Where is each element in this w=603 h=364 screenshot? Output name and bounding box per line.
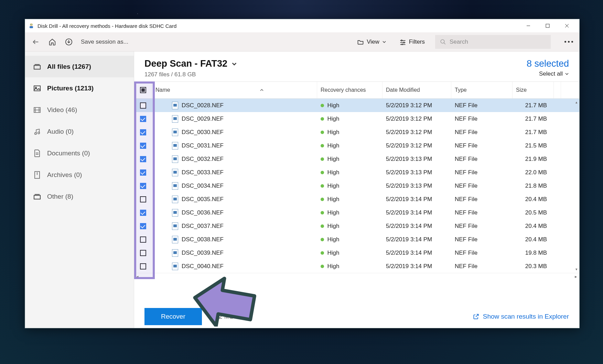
scan-title[interactable]: Deep Scan - FAT32 bbox=[144, 58, 237, 69]
video-icon bbox=[33, 106, 41, 114]
footer: Recover 172 MB Show scan results in Expl… bbox=[134, 305, 579, 328]
back-button[interactable] bbox=[31, 37, 40, 46]
sidebar-item-label: Pictures (1213) bbox=[47, 85, 94, 92]
row-checkbox[interactable] bbox=[134, 129, 152, 135]
row-checkbox[interactable] bbox=[134, 196, 152, 202]
row-checkbox[interactable] bbox=[134, 116, 152, 122]
table-row[interactable]: DSC_0040.NEF High5/2/2019 3:14 PMNEF Fil… bbox=[134, 260, 579, 273]
row-checkbox[interactable] bbox=[134, 143, 152, 149]
svg-point-27 bbox=[35, 132, 36, 134]
status-dot-icon bbox=[321, 184, 324, 188]
row-checkbox[interactable] bbox=[134, 263, 152, 269]
file-icon bbox=[172, 155, 178, 163]
column-recovery[interactable]: Recovery chances bbox=[317, 82, 383, 98]
row-checkbox[interactable] bbox=[134, 156, 152, 162]
status-dot-icon bbox=[321, 117, 324, 121]
sliders-icon bbox=[399, 39, 406, 45]
status-dot-icon bbox=[321, 224, 324, 228]
sidebar-item-video[interactable]: Video (46) bbox=[25, 99, 134, 121]
main-panel: Deep Scan - FAT32 1267 files / 61.8 GB 8… bbox=[134, 52, 579, 328]
minimize-button[interactable] bbox=[519, 19, 538, 32]
cell-name: DSC_0039.NEF bbox=[152, 249, 317, 257]
cell-recovery: High bbox=[317, 115, 383, 122]
view-menu[interactable]: View bbox=[354, 37, 389, 47]
row-checkbox[interactable] bbox=[134, 102, 152, 109]
svg-line-18 bbox=[444, 43, 445, 44]
row-checkbox[interactable] bbox=[134, 236, 152, 243]
vertical-scrollbar[interactable]: ▴ ▾ bbox=[574, 99, 579, 273]
svg-line-35 bbox=[476, 314, 478, 317]
cell-recovery: High bbox=[317, 183, 383, 189]
recover-button[interactable]: Recover bbox=[144, 308, 202, 325]
column-type[interactable]: Type bbox=[451, 82, 513, 98]
sidebar-item-label: Archives (0) bbox=[47, 171, 82, 179]
show-in-explorer-link[interactable]: Show scan results in Explorer bbox=[473, 313, 569, 320]
table-row[interactable]: DSC_0039.NEF High5/2/2019 3:14 PMNEF Fil… bbox=[134, 246, 579, 260]
cell-modified: 5/2/2019 3:14 PM bbox=[383, 250, 451, 256]
row-checkbox[interactable] bbox=[134, 169, 152, 176]
file-table: Name Recovery chances Date Modified Type… bbox=[134, 81, 579, 305]
svg-point-16 bbox=[401, 44, 402, 45]
close-button[interactable] bbox=[557, 19, 577, 32]
more-menu[interactable] bbox=[564, 41, 573, 43]
status-dot-icon bbox=[321, 144, 324, 147]
table-row[interactable]: DSC_0038.NEF High5/2/2019 3:14 PMNEF Fil… bbox=[134, 233, 579, 246]
table-row[interactable]: DSC_0031.NEF High5/2/2019 3:12 PMNEF Fil… bbox=[134, 139, 579, 152]
table-row[interactable]: DSC_0034.NEF High5/2/2019 3:13 PMNEF Fil… bbox=[134, 179, 579, 192]
status-dot-icon bbox=[321, 198, 324, 201]
file-icon bbox=[172, 209, 178, 217]
column-name[interactable]: Name bbox=[152, 82, 317, 98]
save-session-button[interactable]: Save session as... bbox=[81, 38, 128, 45]
cell-type: NEF File bbox=[451, 156, 513, 163]
download-icon[interactable] bbox=[64, 37, 73, 46]
row-checkbox[interactable] bbox=[134, 250, 152, 256]
file-icon bbox=[172, 115, 178, 123]
svg-rect-33 bbox=[34, 195, 40, 199]
sidebar-item-pictures[interactable]: Pictures (1213) bbox=[25, 77, 134, 99]
select-all-button[interactable]: Select all bbox=[527, 70, 569, 77]
cell-modified: 5/2/2019 3:14 PM bbox=[383, 196, 451, 203]
table-row[interactable]: DSC_0030.NEF High5/2/2019 3:12 PMNEF Fil… bbox=[134, 125, 579, 139]
row-checkbox[interactable] bbox=[134, 210, 152, 216]
table-row[interactable]: DSC_0033.NEF High5/2/2019 3:13 PMNEF Fil… bbox=[134, 166, 579, 179]
horizontal-scrollbar[interactable]: ◂ ▸ bbox=[134, 273, 579, 280]
cell-size: 20.3 MB bbox=[513, 263, 554, 270]
selected-count: 8 selected bbox=[527, 58, 569, 69]
table-row[interactable]: DSC_0036.NEF High5/2/2019 3:14 PMNEF Fil… bbox=[134, 206, 579, 219]
cell-recovery: High bbox=[317, 250, 383, 256]
cell-name: DSC_0040.NEF bbox=[152, 263, 317, 270]
sidebar-item-documents[interactable]: Documents (0) bbox=[25, 142, 134, 164]
home-button[interactable] bbox=[48, 37, 57, 46]
maximize-button[interactable] bbox=[538, 19, 557, 32]
cell-modified: 5/2/2019 3:12 PM bbox=[383, 115, 451, 122]
external-link-icon bbox=[473, 313, 480, 320]
chevron-down-icon bbox=[382, 40, 386, 44]
sidebar-item-other[interactable]: Other (8) bbox=[25, 186, 134, 207]
sidebar-item-all-files[interactable]: All files (1267) bbox=[25, 56, 134, 77]
svg-point-14 bbox=[401, 40, 402, 41]
table-row[interactable]: DSC_0037.NEF High5/2/2019 3:14 PMNEF Fil… bbox=[134, 219, 579, 233]
table-row[interactable]: DSC_0035.NEF High5/2/2019 3:14 PMNEF Fil… bbox=[134, 192, 579, 206]
sidebar-item-label: Documents (0) bbox=[47, 150, 90, 157]
sidebar-item-label: Other (8) bbox=[47, 193, 73, 200]
toolbar: Save session as... View Filters Search bbox=[25, 32, 579, 52]
table-row[interactable]: DSC_0028.NEF High5/2/2019 3:12 PMNEF Fil… bbox=[134, 99, 579, 112]
table-row[interactable]: DSC_0029.NEF High5/2/2019 3:12 PMNEF Fil… bbox=[134, 112, 579, 125]
search-input[interactable]: Search bbox=[435, 35, 551, 49]
column-modified[interactable]: Date Modified bbox=[383, 82, 451, 98]
status-dot-icon bbox=[321, 265, 324, 268]
row-checkbox[interactable] bbox=[134, 223, 152, 229]
sidebar-item-archives[interactable]: Archives (0) bbox=[25, 164, 134, 186]
row-checkbox[interactable] bbox=[134, 183, 152, 189]
sidebar-item-label: Audio (0) bbox=[47, 128, 74, 135]
cell-size: 20.4 MB bbox=[513, 223, 554, 230]
filters-button[interactable]: Filters bbox=[397, 37, 428, 47]
table-row[interactable]: DSC_0032.NEF High5/2/2019 3:13 PMNEF Fil… bbox=[134, 152, 579, 166]
column-size[interactable]: Size bbox=[513, 82, 554, 98]
main-header: Deep Scan - FAT32 1267 files / 61.8 GB 8… bbox=[134, 52, 579, 81]
folder-icon bbox=[357, 39, 364, 45]
header-checkbox[interactable] bbox=[134, 82, 152, 98]
sidebar-item-audio[interactable]: Audio (0) bbox=[25, 121, 134, 142]
scan-subtitle: 1267 files / 61.8 GB bbox=[144, 71, 237, 78]
cell-type: NEF File bbox=[451, 236, 513, 243]
